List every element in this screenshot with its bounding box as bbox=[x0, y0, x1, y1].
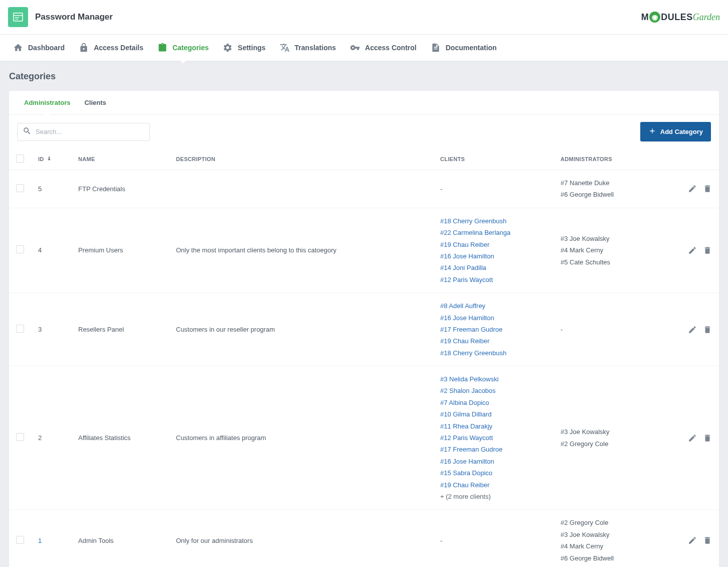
tab-clients[interactable]: Clients bbox=[77, 91, 113, 114]
client-link[interactable]: #10 Gilma Dilliard bbox=[440, 408, 547, 420]
key-icon bbox=[350, 43, 360, 53]
admin-line: #4 Mark Cerny bbox=[561, 244, 662, 256]
doc-icon bbox=[431, 43, 441, 53]
client-link[interactable]: #14 Joni Padilla bbox=[440, 262, 547, 273]
delete-button[interactable] bbox=[703, 536, 712, 545]
row-name: Resellers Panel bbox=[78, 326, 124, 333]
translate-icon bbox=[280, 43, 290, 53]
categories-table: ID NAME DESCRIPTION CLIENTS ADMINISTRATO… bbox=[9, 149, 719, 567]
brand-text-garden: Garden bbox=[693, 12, 720, 23]
brand-text-modules: DULES bbox=[661, 12, 693, 23]
plus-icon bbox=[648, 127, 656, 136]
client-link[interactable]: #16 Jose Hamilton bbox=[440, 456, 547, 467]
col-header-id[interactable]: ID bbox=[38, 156, 52, 163]
search-icon bbox=[23, 126, 32, 137]
nav-label: Documentation bbox=[446, 44, 497, 52]
nav-item-access-details[interactable]: Access Details bbox=[72, 35, 150, 61]
admin-line: #3 Joe Kowalsky bbox=[561, 529, 662, 540]
edit-button[interactable] bbox=[688, 246, 697, 255]
client-link[interactable]: #12 Paris Waycott bbox=[440, 432, 547, 444]
edit-button[interactable] bbox=[688, 434, 697, 443]
row-description: Customers in our reseller program bbox=[176, 326, 275, 333]
admin-line: #2 Gregory Cole bbox=[561, 438, 662, 450]
row-checkbox[interactable] bbox=[16, 536, 24, 544]
col-header-admins[interactable]: ADMINISTRATORS bbox=[561, 156, 612, 162]
client-link[interactable]: #8 Adell Auffrey bbox=[440, 300, 547, 312]
admin-line: #5 Cate Schultes bbox=[561, 256, 662, 268]
client-link[interactable]: #17 Freeman Gudroe bbox=[440, 444, 547, 455]
col-header-clients[interactable]: CLIENTS bbox=[440, 156, 465, 162]
clients-empty: - bbox=[440, 185, 442, 193]
edit-button[interactable] bbox=[688, 325, 697, 334]
admin-line: #7 Nanette Duke bbox=[561, 177, 662, 189]
select-all-checkbox[interactable] bbox=[16, 155, 24, 163]
col-header-name[interactable]: NAME bbox=[78, 156, 95, 162]
client-link[interactable]: #3 Nelida Pelkowski bbox=[440, 373, 547, 385]
row-id-link[interactable]: 1 bbox=[38, 537, 42, 544]
row-checkbox[interactable] bbox=[16, 325, 24, 333]
row-checkbox[interactable] bbox=[16, 245, 24, 253]
client-link[interactable]: #19 Chau Reiber bbox=[440, 479, 547, 491]
client-link[interactable]: #2 Shalon Jacobos bbox=[440, 385, 547, 396]
nav-item-translations[interactable]: Translations bbox=[273, 35, 343, 61]
row-id: 2 bbox=[38, 434, 42, 442]
categories-panel: AdministratorsClients Add Category bbox=[9, 91, 719, 567]
edit-button[interactable] bbox=[688, 536, 697, 545]
brand-text-m: M bbox=[641, 12, 649, 23]
client-link[interactable]: #19 Chau Reiber bbox=[440, 335, 547, 347]
col-header-description[interactable]: DESCRIPTION bbox=[176, 156, 215, 162]
client-link[interactable]: #18 Cherry Greenbush bbox=[440, 215, 547, 227]
lock-icon bbox=[79, 43, 89, 53]
admin-line: #3 Joe Kowalsky bbox=[561, 233, 662, 244]
nav-item-settings[interactable]: Settings bbox=[216, 35, 272, 61]
nav-item-documentation[interactable]: Documentation bbox=[424, 35, 504, 61]
delete-button[interactable] bbox=[703, 246, 712, 255]
row-id: 5 bbox=[38, 185, 42, 193]
clipboard-icon bbox=[157, 43, 167, 53]
sort-desc-icon bbox=[46, 156, 52, 163]
home-icon bbox=[13, 43, 23, 53]
nav-item-access-control[interactable]: Access Control bbox=[343, 35, 424, 61]
add-category-button[interactable]: Add Category bbox=[640, 122, 711, 141]
table-row: 5FTP Credentials-#7 Nanette Duke#6 Georg… bbox=[9, 170, 719, 208]
row-checkbox[interactable] bbox=[16, 184, 24, 192]
edit-button[interactable] bbox=[688, 184, 697, 193]
client-link[interactable]: #16 Jose Hamilton bbox=[440, 250, 547, 262]
row-description: Only the most important clients belong t… bbox=[176, 246, 336, 254]
panel-tabs: AdministratorsClients bbox=[9, 91, 719, 115]
table-row: 4Premium UsersOnly the most important cl… bbox=[9, 208, 719, 293]
client-link[interactable]: #12 Paris Waycott bbox=[440, 274, 547, 286]
row-id: 4 bbox=[38, 246, 42, 254]
client-link[interactable]: #16 Jose Hamilton bbox=[440, 312, 547, 324]
admin-line: #6 George Bidwell bbox=[561, 189, 662, 200]
client-link[interactable]: #22 Carmelina Berlanga bbox=[440, 227, 547, 238]
client-link[interactable]: #17 Freeman Gudroe bbox=[440, 324, 547, 335]
delete-button[interactable] bbox=[703, 325, 712, 334]
delete-button[interactable] bbox=[703, 434, 712, 443]
admin-line: #3 Joe Kowalsky bbox=[561, 426, 662, 438]
row-checkbox[interactable] bbox=[16, 433, 24, 441]
brand-globe-icon: ◉ bbox=[649, 12, 660, 23]
tab-administrators[interactable]: Administrators bbox=[17, 91, 77, 114]
delete-button[interactable] bbox=[703, 184, 712, 193]
client-link[interactable]: #7 Albina Dopico bbox=[440, 397, 547, 408]
add-category-label: Add Category bbox=[660, 128, 703, 135]
nav-label: Categories bbox=[172, 44, 209, 52]
table-row: 3Resellers PanelCustomers in our reselle… bbox=[9, 293, 719, 366]
row-id: 3 bbox=[38, 326, 42, 333]
nav-item-dashboard[interactable]: Dashboard bbox=[6, 35, 72, 61]
admin-line: #6 George Bidwell bbox=[561, 552, 662, 564]
nav-label: Translations bbox=[295, 44, 336, 52]
nav-label: Access Details bbox=[94, 44, 143, 52]
client-link[interactable]: #11 Rhea Darakjy bbox=[440, 420, 547, 432]
admins-empty: - bbox=[561, 326, 563, 333]
client-link[interactable]: #19 Chau Reiber bbox=[440, 239, 547, 250]
client-link[interactable]: #18 Cherry Greenbush bbox=[440, 347, 547, 359]
more-clients-note: + (2 more clients) bbox=[440, 493, 491, 500]
nav-item-categories[interactable]: Categories bbox=[150, 35, 216, 61]
app-icon bbox=[8, 7, 28, 27]
search-box[interactable] bbox=[17, 123, 150, 141]
search-input[interactable] bbox=[36, 128, 144, 135]
client-link[interactable]: #15 Sabra Dopico bbox=[440, 467, 547, 479]
gear-icon bbox=[223, 43, 233, 53]
